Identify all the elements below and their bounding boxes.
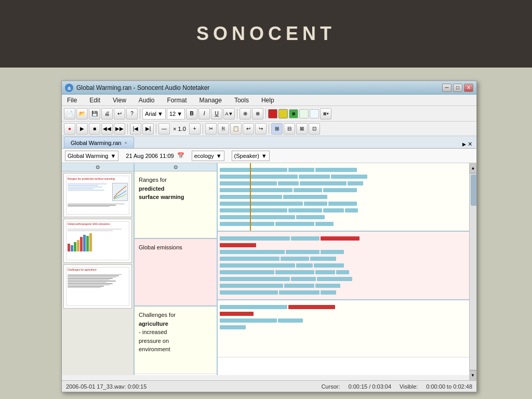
- menu-help[interactable]: Help: [258, 96, 277, 105]
- audio-bar-row: [220, 188, 467, 193]
- italic-button[interactable]: I: [198, 108, 210, 119]
- open-button[interactable]: 📂: [76, 108, 88, 119]
- calendar-icon[interactable]: 📅: [177, 152, 184, 159]
- fast-forward-button[interactable]: ▶▶: [114, 123, 125, 135]
- minimize-button[interactable]: ─: [442, 84, 451, 92]
- audio-bar: [278, 318, 303, 323]
- menu-manage[interactable]: Manage: [196, 96, 225, 105]
- slide-thumb-2: Global anthropogenic GHG emissions: [66, 221, 129, 260]
- audio-bar-row: [220, 263, 467, 268]
- copy-button[interactable]: ⎘: [218, 123, 229, 135]
- audio-bar: [328, 202, 357, 206]
- cut-button[interactable]: ✂: [205, 123, 217, 135]
- skip-forward-button[interactable]: ▶|: [142, 123, 154, 135]
- close-button[interactable]: ✕: [464, 84, 473, 92]
- maximize-button[interactable]: □: [453, 84, 462, 92]
- color-grid2-button[interactable]: ▦▾: [320, 108, 331, 119]
- view3-button[interactable]: ⊠: [296, 123, 308, 135]
- slide-item-2[interactable]: Global anthropogenic GHG emissions: [63, 219, 132, 263]
- category-filter[interactable]: Global Warming ▼: [65, 151, 118, 161]
- audio-bar: [288, 208, 322, 212]
- audio-bar: [317, 277, 352, 281]
- status-right: Cursor: 0:00:15 / 0:03:04 Visible: 0:00:…: [321, 383, 472, 390]
- audio-bar: [315, 222, 334, 226]
- note-text-1-bold: predictedsurface warming: [139, 185, 184, 201]
- record-button[interactable]: ●: [64, 123, 75, 135]
- speaker-arrow[interactable]: ▼: [261, 153, 267, 159]
- menubar: File Edit View Audio Format Manage Tools…: [62, 95, 476, 106]
- audio-bar: [299, 175, 330, 179]
- audio-bar: [315, 168, 357, 172]
- scroll-thumb[interactable]: [471, 175, 476, 206]
- underline-button[interactable]: U: [211, 108, 222, 119]
- tag-arrow[interactable]: ▼: [216, 153, 222, 159]
- slides-nav-top[interactable]: ⊙: [62, 163, 134, 171]
- menu-file[interactable]: File: [64, 96, 80, 105]
- menu-tools[interactable]: Tools: [231, 96, 252, 105]
- add-tab-button[interactable]: ▸: [462, 140, 466, 148]
- audio-section-3: [218, 300, 469, 357]
- font-color-button[interactable]: A▼: [223, 108, 235, 119]
- audio-bar: [321, 290, 336, 295]
- audio-bar-row: [220, 215, 467, 220]
- skip-back-button[interactable]: |◀: [130, 123, 141, 135]
- audio-bar: [288, 168, 314, 172]
- close-tab-button[interactable]: ×: [468, 140, 472, 148]
- plus-button[interactable]: +: [189, 123, 201, 135]
- font-selector[interactable]: Arial ▼: [142, 108, 166, 119]
- cursor-value: 0:00:15 / 0:03:04: [348, 383, 391, 390]
- save-button[interactable]: 💾: [89, 108, 100, 119]
- slide-item-3[interactable]: Challenges for agriculture: [63, 264, 132, 309]
- menu-format[interactable]: Format: [164, 96, 190, 105]
- notes-nav-top[interactable]: ⊙: [135, 163, 217, 171]
- stop-button[interactable]: ■: [89, 123, 100, 135]
- icon-btn1[interactable]: ⊕: [240, 108, 251, 119]
- paste-button[interactable]: 📋: [230, 123, 242, 135]
- tab-label: Global Warming.ran: [71, 140, 121, 146]
- status-file: 2006-05-01 17_33.wav: 0:00:15: [66, 383, 311, 390]
- audio-panel[interactable]: [218, 163, 469, 375]
- tab-close-icon[interactable]: ×: [124, 140, 127, 145]
- tab-global-warming[interactable]: Global Warming.ran ×: [64, 137, 134, 148]
- slide-item-1[interactable]: Ranges for predicted surface warming: [63, 173, 132, 217]
- minus-button[interactable]: —: [158, 123, 170, 135]
- new-button[interactable]: 📄: [64, 108, 75, 119]
- size-dropdown-arrow[interactable]: ▼: [177, 111, 182, 117]
- color-light-button[interactable]: [299, 109, 309, 118]
- scroll-up-button[interactable]: ▲: [470, 163, 476, 174]
- audio-bar-row: [220, 221, 467, 227]
- menu-edit[interactable]: Edit: [86, 96, 103, 105]
- undo-button[interactable]: ↩: [114, 108, 125, 119]
- menu-view[interactable]: View: [110, 96, 129, 105]
- audio-bar-red: [220, 243, 256, 247]
- print-button[interactable]: 🖨: [101, 108, 113, 119]
- color-red-button[interactable]: [268, 109, 277, 118]
- redo-button[interactable]: ↪: [255, 123, 267, 135]
- font-dropdown-arrow[interactable]: ▼: [157, 111, 163, 117]
- size-selector[interactable]: 12 ▼: [167, 108, 185, 119]
- category-arrow[interactable]: ▼: [110, 153, 116, 159]
- rewind-button[interactable]: ◀◀: [101, 123, 113, 135]
- audio-bar: [279, 290, 320, 295]
- menu-audio[interactable]: Audio: [136, 96, 158, 105]
- color-grid-button[interactable]: ▦: [289, 109, 298, 118]
- audio-bar: [291, 236, 320, 241]
- speaker-filter[interactable]: (Speaker) ▼: [232, 151, 270, 161]
- audio-bar-row: [220, 167, 467, 172]
- scrollbar[interactable]: ▲ ▼: [469, 163, 476, 375]
- color-yellow-button[interactable]: [278, 109, 288, 118]
- tag-filter[interactable]: ecology ▼: [192, 151, 224, 161]
- help-icon-btn[interactable]: ?: [126, 108, 138, 119]
- play-button[interactable]: ▶: [76, 123, 88, 135]
- bold-button[interactable]: B: [186, 108, 197, 119]
- app-icon: a: [65, 84, 73, 92]
- view1-button[interactable]: ⊞: [271, 123, 283, 135]
- view4-button[interactable]: ⊡: [309, 123, 320, 135]
- color-lighter-button[interactable]: [310, 109, 319, 118]
- scroll-down-button[interactable]: ▼: [469, 370, 476, 375]
- audio-bar-row: [220, 174, 467, 179]
- audio-bar-row: [220, 325, 467, 330]
- view2-button[interactable]: ⊟: [284, 123, 295, 135]
- undo2-button[interactable]: ↩: [243, 123, 254, 135]
- icon-btn2[interactable]: ⊗: [252, 108, 263, 119]
